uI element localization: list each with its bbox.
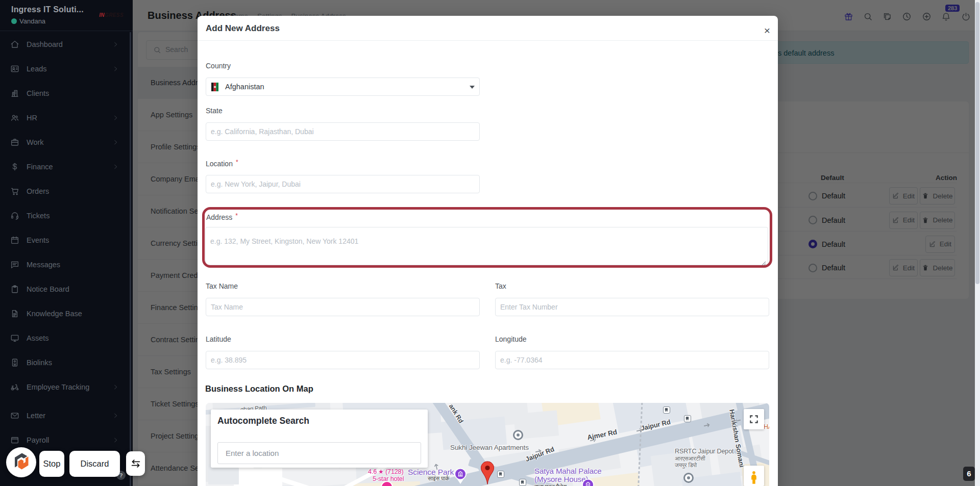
longitude-label: Longitude <box>495 335 527 343</box>
chat-icon <box>10 260 19 269</box>
address-textarea[interactable]: e.g. 132, My Street, Kingston, New York … <box>205 227 768 265</box>
discard-button[interactable]: Discard <box>69 451 120 477</box>
autocomplete-card: Autocomplete Search Enter a location <box>211 410 428 468</box>
id-badge-icon <box>10 358 19 367</box>
close-icon[interactable]: × <box>762 25 773 36</box>
sidebar-item-messages[interactable]: Messages <box>0 252 130 277</box>
sidebar-brand: Ingress IT Soluti... Vandana INGRESS <box>0 0 133 31</box>
monitor-icon <box>10 334 19 343</box>
pegman-button[interactable] <box>744 466 764 486</box>
bus-stop-icon <box>497 471 504 478</box>
sidebar-item-events[interactable]: Events <box>0 228 130 252</box>
swap-button[interactable] <box>126 451 145 476</box>
business-location-map[interactable]: ghan Pathank RdSukhi Jeewan ApartmentsJa… <box>206 403 769 486</box>
fullscreen-icon <box>749 414 759 424</box>
tax-name-input[interactable]: Tax Name <box>206 298 480 316</box>
input-placeholder: e.g. 38.895 <box>211 356 247 364</box>
scrollbar-thumb[interactable] <box>975 2 979 284</box>
input-placeholder: e.g. New York, Jaipur, Dubai <box>211 180 301 188</box>
sidebar-item-biolinks[interactable]: Biolinks <box>0 350 130 375</box>
map-label: RSRTC Jaipur Depot <box>675 448 733 455</box>
afghanistan-flag <box>211 83 218 91</box>
lead-card-icon <box>10 64 19 73</box>
sidebar-item-label: Knowledge Base <box>27 310 82 318</box>
sidebar-item-hr[interactable]: HR <box>0 106 130 130</box>
chevron-right-icon <box>113 66 118 72</box>
envelope-icon <box>10 411 19 420</box>
pegman-icon <box>748 469 760 484</box>
state-input[interactable]: e.g. California, Rajasthan, Dubai <box>206 122 480 141</box>
autocomplete-placeholder: Enter a location <box>226 449 279 457</box>
map-label: (Mysore House) <box>534 475 588 483</box>
chevron-right-icon <box>113 413 118 419</box>
state-label: State <box>206 107 223 115</box>
cart-icon <box>10 187 19 196</box>
caret-down-icon <box>470 86 475 89</box>
sidebar-item-leads[interactable]: Leads <box>0 57 130 81</box>
sidebar-item-assets[interactable]: Assets <box>0 326 130 350</box>
sidebar-item-clients[interactable]: Clients <box>0 81 130 106</box>
sidebar-item-label: Events <box>27 236 49 244</box>
sidebar-item-label: Tickets <box>27 212 50 220</box>
briefcase-icon <box>10 138 19 147</box>
sidebar: Ingress IT Soluti... Vandana INGRESS Das… <box>0 0 133 486</box>
sidebar-item-label: Work <box>27 138 44 146</box>
tax-input[interactable]: Enter Tax Number <box>495 298 769 316</box>
transit-station-icon <box>513 430 523 440</box>
sidebar-item-letter[interactable]: Letter <box>0 403 130 428</box>
building-icon <box>10 89 19 98</box>
sidebar-item-employee-tracking[interactable]: Employee Tracking <box>0 375 130 399</box>
file-text-icon <box>10 309 19 318</box>
company-name: Ingress IT Soluti... <box>11 5 84 14</box>
input-placeholder: e.g. -77.0364 <box>500 356 543 364</box>
sidebar-item-label: Notice Board <box>27 285 69 293</box>
sidebar-scrollbar[interactable] <box>130 32 131 486</box>
sidebar-item-label: Clients <box>27 89 49 97</box>
chevron-right-icon <box>113 42 118 47</box>
modal-header: Add New Address × <box>198 16 778 41</box>
add-address-modal: Add New Address × Country Afghanistan St… <box>198 16 778 486</box>
sidebar-item-knowledge-base[interactable]: Knowledge Base <box>0 301 130 326</box>
sidebar-item-orders[interactable]: Orders <box>0 179 130 203</box>
input-placeholder: e.g. 132, My Street, Kingston, New York … <box>210 237 358 245</box>
sidebar-item-label: Letter <box>27 412 45 420</box>
sidebar-item-notice-board[interactable]: Notice Board <box>0 277 130 301</box>
sidebar-item-label: HR <box>27 114 37 122</box>
poi-pin-icon <box>454 468 467 484</box>
swap-arrows-icon <box>130 458 141 469</box>
latitude-input[interactable]: e.g. 38.895 <box>206 351 480 369</box>
tax-name-label: Tax Name <box>206 282 238 290</box>
page-scrollbar[interactable] <box>975 0 980 486</box>
address-label: Address* <box>206 212 238 221</box>
map-label: सत्य महल पैलेस <box>534 483 567 486</box>
location-label: Location* <box>206 159 238 168</box>
sidebar-item-label: Orders <box>27 187 49 195</box>
poi-pin-icon <box>581 478 595 486</box>
sidebar-item-finance[interactable]: Finance <box>0 155 130 179</box>
sidebar-item-label: Leads <box>27 65 47 73</box>
latitude-label: Latitude <box>206 335 231 343</box>
chevron-right-icon <box>113 385 118 390</box>
online-status-dot <box>11 18 17 24</box>
autocomplete-input[interactable]: Enter a location <box>217 442 421 464</box>
sidebar-item-tickets[interactable]: Tickets <box>0 203 130 228</box>
logo-text-secondary: GRESS <box>105 12 124 18</box>
resize-handle[interactable] <box>762 259 766 263</box>
sidebar-item-work[interactable]: Work <box>0 130 130 155</box>
clipboard-icon <box>10 285 19 294</box>
country-label: Country <box>206 62 231 70</box>
map-label: Sukhi Jeewan Apartments <box>450 444 529 451</box>
longitude-input[interactable]: e.g. -77.0364 <box>495 351 769 369</box>
fullscreen-button[interactable] <box>744 409 764 429</box>
recorder-logo-button[interactable] <box>6 447 36 477</box>
stop-button[interactable]: Stop <box>39 451 64 477</box>
location-input[interactable]: e.g. New York, Jaipur, Dubai <box>206 175 480 193</box>
input-placeholder: Enter Tax Number <box>500 303 558 311</box>
sidebar-item-label: Finance <box>27 163 53 171</box>
company-logo: INGRESS <box>99 12 124 18</box>
country-select[interactable]: Afghanistan <box>206 78 480 96</box>
ingress-recorder-logo <box>6 447 36 477</box>
bus-stop-icon <box>519 479 526 486</box>
calendar-icon <box>10 236 19 245</box>
sidebar-item-dashboard[interactable]: Dashboard <box>0 32 130 57</box>
